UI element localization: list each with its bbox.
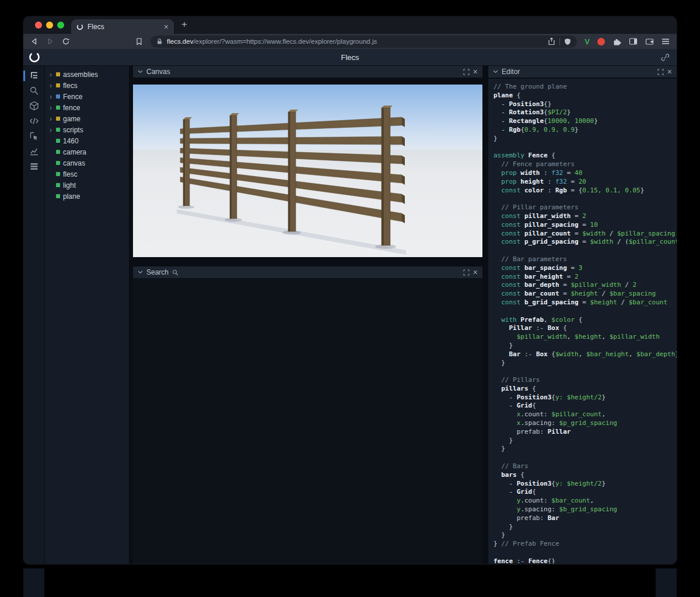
- code-line[interactable]: [494, 307, 677, 316]
- chevron-down-icon[interactable]: [493, 70, 498, 73]
- tab-close-icon[interactable]: ×: [164, 22, 169, 31]
- code-line[interactable]: - Grid{: [494, 402, 677, 410]
- tree-item-light[interactable]: light: [45, 180, 129, 191]
- code-line[interactable]: - Position3{}: [494, 100, 677, 109]
- code-line[interactable]: }: [494, 135, 677, 143]
- canvas-3d-viewport[interactable]: [133, 85, 482, 257]
- browser-tab[interactable]: Flecs ×: [71, 19, 174, 34]
- code-line[interactable]: bars {: [494, 471, 677, 480]
- code-line[interactable]: // Pillar parameters: [494, 203, 677, 212]
- new-tab-button[interactable]: +: [174, 19, 187, 32]
- code-line[interactable]: y.spacing: $b_grid_spacing: [494, 505, 677, 514]
- tree-item-1460[interactable]: 1460: [45, 135, 129, 146]
- tree-item-camera[interactable]: camera: [45, 146, 129, 157]
- expand-arrow-icon[interactable]: ›: [48, 93, 53, 100]
- code-line[interactable]: - Position3{y: $height/2}: [494, 480, 677, 489]
- code-line[interactable]: [494, 195, 677, 203]
- tree-item-canvas[interactable]: canvas: [45, 157, 129, 168]
- close-window-button[interactable]: [35, 22, 42, 29]
- entity-tree-icon[interactable]: [29, 71, 39, 80]
- extensions-puzzle-icon[interactable]: [612, 37, 621, 46]
- code-line[interactable]: with Prefab, $color {: [494, 316, 677, 325]
- close-icon[interactable]: ×: [473, 68, 478, 76]
- link-icon[interactable]: [661, 53, 670, 62]
- code-line[interactable]: prefab: Bar: [494, 514, 677, 523]
- close-icon[interactable]: ×: [667, 68, 672, 76]
- code-line[interactable]: } // Prefab Fence: [494, 540, 677, 549]
- code-line[interactable]: const bar_count = $height / $bar_spacing: [494, 290, 677, 298]
- code-line[interactable]: fence :- Fence{}: [494, 557, 677, 564]
- code-line[interactable]: const bar_depth = $pillar_width / 2: [494, 281, 677, 290]
- code-line[interactable]: const pillar_width = 2: [494, 212, 677, 221]
- code-line[interactable]: - Grid{: [494, 488, 677, 497]
- editor-code[interactable]: // The ground planeplane { - Position3{}…: [488, 79, 677, 564]
- tree-item-flesc[interactable]: flesc: [45, 168, 129, 180]
- cube-icon[interactable]: [29, 101, 39, 111]
- forward-button[interactable]: [46, 37, 54, 45]
- expand-arrow-icon[interactable]: ›: [48, 115, 53, 122]
- bookmark-icon[interactable]: [135, 37, 143, 45]
- chevron-down-icon[interactable]: [138, 70, 143, 73]
- code-line[interactable]: - Rgb{0.9, 0.9, 0.9}: [494, 126, 677, 135]
- code-line[interactable]: prop width : f32 = 40: [494, 169, 677, 178]
- reload-button[interactable]: [62, 37, 70, 45]
- zoom-window-button[interactable]: [57, 22, 64, 29]
- code-line[interactable]: const pillar_spacing = 10: [494, 221, 677, 230]
- code-line[interactable]: const color : Rgb = {0.15, 0.1, 0.05}: [494, 187, 677, 195]
- share-icon[interactable]: [548, 37, 555, 45]
- code-line[interactable]: Pillar :- Box {: [494, 324, 677, 333]
- code-line[interactable]: // Bar parameters: [494, 255, 677, 264]
- wallet-icon[interactable]: [645, 37, 654, 45]
- code-line[interactable]: // Bars: [494, 462, 677, 471]
- code-line[interactable]: [494, 143, 677, 152]
- code-line[interactable]: - Rotation3{$PI/2}: [494, 108, 677, 117]
- code-line[interactable]: }: [494, 359, 677, 368]
- code-line[interactable]: const pillar_count = $width / $pillar_sp…: [494, 230, 677, 238]
- code-line[interactable]: prefab: Pillar: [494, 428, 677, 437]
- back-button[interactable]: [30, 37, 38, 45]
- code-line[interactable]: Bar :- Box {$width, $bar_height, $bar_de…: [494, 350, 677, 359]
- tree-item-plane[interactable]: plane: [45, 191, 129, 202]
- sidebar-toggle-icon[interactable]: [629, 37, 638, 45]
- expand-arrow-icon[interactable]: ›: [48, 71, 53, 78]
- search-panel-body[interactable]: [133, 278, 482, 564]
- code-line[interactable]: - Rectangle{10000, 10000}: [494, 117, 677, 126]
- tree-item-game[interactable]: ›game: [45, 113, 129, 124]
- expand-icon[interactable]: [657, 69, 664, 75]
- extension-v-icon[interactable]: V: [584, 37, 590, 46]
- code-line[interactable]: }: [494, 437, 677, 445]
- code-line[interactable]: [494, 549, 677, 557]
- tree-item-flecs[interactable]: ›flecs: [45, 80, 129, 91]
- search-icon[interactable]: [29, 86, 39, 96]
- code-line[interactable]: x.count: $pillar_count,: [494, 410, 677, 419]
- expand-icon[interactable]: [463, 269, 470, 276]
- code-line[interactable]: }: [494, 445, 677, 454]
- code-line[interactable]: // Pillars: [494, 376, 677, 385]
- code-line[interactable]: plane {: [494, 92, 677, 100]
- inspect-icon[interactable]: [29, 131, 39, 141]
- rows-icon[interactable]: [29, 161, 39, 171]
- code-line[interactable]: $pillar_width, $height, $pillar_width: [494, 333, 677, 342]
- code-icon[interactable]: [29, 116, 39, 126]
- code-line[interactable]: [494, 454, 677, 462]
- expand-icon[interactable]: [463, 69, 470, 75]
- code-line[interactable]: [494, 247, 677, 255]
- minimize-window-button[interactable]: [46, 22, 53, 29]
- code-line[interactable]: x.spacing: $p_grid_spacing: [494, 419, 677, 428]
- code-line[interactable]: y.count: $bar_count,: [494, 497, 677, 505]
- tree-item-assemblies[interactable]: ›assemblies: [45, 69, 129, 80]
- expand-arrow-icon[interactable]: ›: [48, 127, 53, 134]
- code-line[interactable]: const p_grid_spacing = $width / ($pillar…: [494, 238, 677, 247]
- extension-red-icon[interactable]: [597, 38, 605, 45]
- code-line[interactable]: assembly Fence {: [494, 152, 677, 160]
- tree-item-fence[interactable]: ›fence: [45, 102, 129, 113]
- code-line[interactable]: // The ground plane: [494, 83, 677, 92]
- shield-icon[interactable]: [564, 38, 571, 45]
- code-line[interactable]: const bar_height = 2: [494, 273, 677, 282]
- tree-item-Fence[interactable]: ›Fence: [45, 91, 129, 102]
- code-line[interactable]: const b_grid_spacing = $height / $bar_co…: [494, 298, 677, 307]
- code-line[interactable]: [494, 367, 677, 376]
- close-icon[interactable]: ×: [473, 268, 478, 276]
- code-line[interactable]: pillars {: [494, 385, 677, 394]
- chevron-down-icon[interactable]: [138, 271, 143, 274]
